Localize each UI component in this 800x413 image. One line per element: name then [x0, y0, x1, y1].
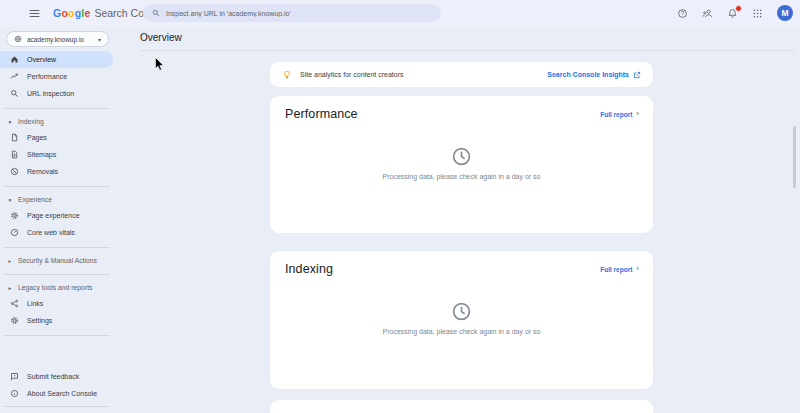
apps-icon[interactable] — [752, 8, 763, 19]
section-label: Experience — [18, 196, 52, 203]
card-body: Processing data, please check again in a… — [270, 301, 653, 335]
sidebar-item-about-search-console[interactable]: About Search Console — [0, 385, 113, 402]
card-title: Performance — [285, 107, 358, 121]
next-report-card-partial — [270, 400, 653, 413]
sidebar-item-label: Sitemaps — [27, 151, 56, 158]
sidebar-footer-links: Privacy Terms — [0, 409, 120, 413]
property-globe-icon — [14, 35, 22, 43]
processing-status-text: Processing data, please check again in a… — [270, 328, 653, 335]
sidebar-item-label: Removals — [27, 168, 58, 175]
mouse-cursor — [155, 57, 165, 71]
home-icon — [10, 55, 19, 64]
performance-icon — [10, 72, 19, 81]
sidebar-item-label: Settings — [27, 317, 52, 324]
search-input[interactable] — [166, 10, 432, 17]
sidebar-divider — [0, 241, 120, 253]
url-inspect-searchbar[interactable] — [143, 4, 441, 22]
clock-icon — [270, 301, 653, 322]
chevron-right-icon: ▸ — [7, 285, 13, 291]
sidebar-item-submit-feedback[interactable]: Submit feedback — [0, 368, 113, 385]
sidebar-item-links[interactable]: Links — [0, 295, 113, 312]
overview-content: Site analytics for content creators Sear… — [270, 62, 653, 413]
links-icon — [10, 299, 19, 308]
help-icon[interactable] — [677, 8, 688, 19]
sidebar-item-label: Overview — [27, 56, 56, 63]
sidebar-nav: OverviewPerformanceURL inspection▾Indexi… — [0, 51, 120, 409]
vertical-scrollbar-thumb[interactable] — [793, 126, 796, 188]
users-icon[interactable] — [702, 8, 713, 19]
inspect-icon — [10, 89, 19, 98]
search-console-app: Google Search Console M academy.knowup.i… — [0, 0, 800, 413]
full-report-link[interactable]: Full report › — [600, 110, 639, 118]
sidebar-item-sitemaps[interactable]: Sitemaps — [0, 146, 113, 163]
sidebar-item-label: Core web vitals — [27, 229, 75, 236]
property-selector[interactable]: academy.knowup.io ▾ — [6, 31, 109, 47]
top-app-bar: Google Search Console M — [0, 0, 800, 26]
info-icon — [10, 389, 19, 398]
section-label: Indexing — [18, 118, 44, 125]
lightbulb-icon — [282, 70, 292, 80]
google-logo-word: Google — [53, 7, 90, 19]
google-logo-letter: o — [68, 7, 75, 19]
sidebar-item-label: Page experience — [27, 212, 80, 219]
clock-icon — [270, 146, 653, 167]
removals-icon — [10, 167, 19, 176]
google-logo-letter: o — [61, 7, 68, 19]
page-title: Overview — [140, 32, 182, 43]
sidebar-divider — [0, 402, 120, 409]
full-report-label: Full report — [600, 266, 632, 273]
sidebar-item-page-experience[interactable]: Page experience — [0, 207, 113, 224]
chevron-right-icon: › — [636, 265, 639, 273]
feedback-icon — [10, 372, 19, 381]
section-label: Legacy tools and reports — [18, 284, 92, 291]
settings-icon — [10, 316, 19, 325]
chevron-down-icon: ▾ — [7, 119, 13, 125]
sidebar-divider — [0, 329, 120, 341]
sidebar-divider — [0, 180, 120, 192]
search-console-insights-link[interactable]: Search Console Insights — [547, 71, 641, 79]
sidebar-item-core-web-vitals[interactable]: Core web vitals — [0, 224, 113, 241]
notifications-icon[interactable] — [727, 8, 738, 19]
hamburger-menu-icon[interactable] — [28, 7, 41, 20]
sidebar-item-label: Links — [27, 300, 43, 307]
sidebar-item-settings[interactable]: Settings — [0, 312, 113, 329]
insights-link-label: Search Console Insights — [547, 71, 629, 78]
sitemaps-icon — [10, 150, 19, 159]
sidebar-item-overview[interactable]: Overview — [0, 51, 113, 68]
sidebar-item-label: Pages — [27, 134, 47, 141]
sidebar-item-performance[interactable]: Performance — [0, 68, 113, 85]
performance-report-card: Performance Full report › Processing dat… — [270, 96, 653, 233]
search-icon — [152, 9, 160, 17]
full-report-link[interactable]: Full report › — [600, 265, 639, 273]
avatar[interactable]: M — [777, 5, 793, 21]
sidebar-item-label: Submit feedback — [27, 373, 79, 380]
sidebar-item-label: Performance — [27, 73, 67, 80]
insights-banner: Site analytics for content creators Sear… — [270, 62, 653, 87]
sidebar-divider — [0, 268, 120, 280]
sidebar-divider — [0, 102, 120, 114]
google-logo-letter: e — [84, 7, 90, 19]
sidebar-item-url-inspection[interactable]: URL inspection — [0, 85, 113, 102]
sidebar-section-experience[interactable]: ▾Experience — [0, 192, 120, 207]
chevron-down-icon: ▾ — [98, 36, 101, 43]
sidebar-item-removals[interactable]: Removals — [0, 163, 113, 180]
full-report-label: Full report — [600, 111, 632, 118]
property-label: academy.knowup.io — [27, 36, 84, 43]
card-title: Indexing — [285, 262, 333, 276]
sidebar-section-security-manual-actions[interactable]: ▸Security & Manual Actions — [0, 253, 120, 268]
sidebar-section-indexing[interactable]: ▾Indexing — [0, 114, 120, 129]
sidebar-item-pages[interactable]: Pages — [0, 129, 113, 146]
title-divider — [140, 50, 795, 51]
external-link-icon — [633, 71, 641, 79]
chevron-right-icon: ▸ — [7, 258, 13, 264]
sidebar-item-label: About Search Console — [27, 390, 97, 397]
sidebar-section-legacy-tools-and-reports[interactable]: ▸Legacy tools and reports — [0, 280, 120, 295]
chevron-right-icon: › — [636, 110, 639, 118]
processing-status-text: Processing data, please check again in a… — [270, 173, 653, 180]
indexing-report-card: Indexing Full report › Processing data, … — [270, 251, 653, 389]
page-experience-icon — [10, 211, 19, 220]
card-body: Processing data, please check again in a… — [270, 146, 653, 180]
core-web-vitals-icon — [10, 228, 19, 237]
insights-banner-text: Site analytics for content creators — [300, 71, 404, 78]
pages-icon — [10, 133, 19, 142]
